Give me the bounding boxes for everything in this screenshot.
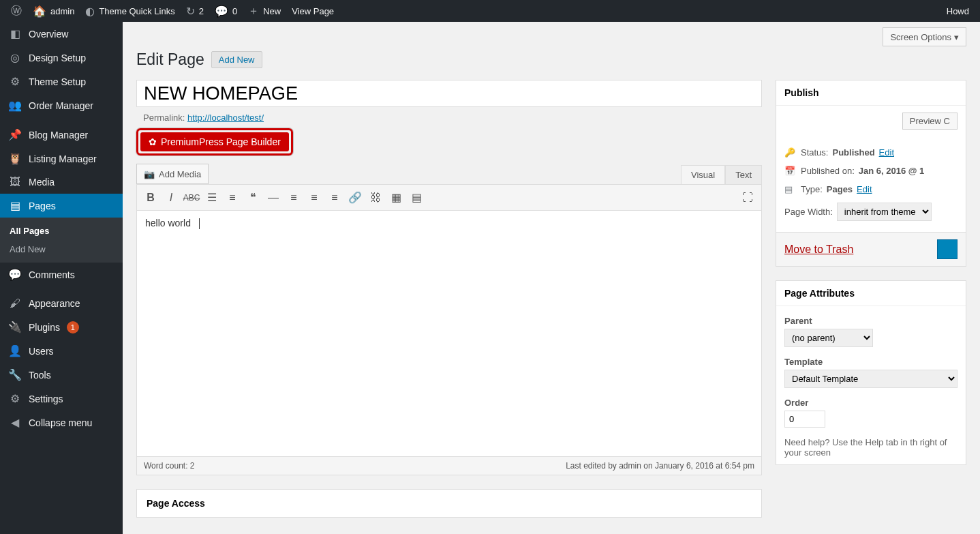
premium-press-page-builder-button[interactable]: ✿PremiumPress Page Builder xyxy=(140,132,289,151)
collapse-label: Collapse menu xyxy=(29,417,92,428)
brush-icon: 🖌 xyxy=(8,297,22,310)
edit-type-link[interactable]: Edit xyxy=(857,184,872,194)
sidebar-item-users[interactable]: 👤Users xyxy=(0,339,123,363)
sidebar-item-listing-manager[interactable]: 🦉Listing Manager xyxy=(0,147,123,170)
link-button[interactable]: 🔗 xyxy=(346,188,365,207)
comments[interactable]: 💬0 xyxy=(209,0,243,22)
howdy[interactable]: Howd xyxy=(941,6,975,16)
parent-select[interactable]: (no parent) xyxy=(784,329,873,347)
sidebar-item-pages[interactable]: ▤Pages xyxy=(0,194,123,218)
editor-footer: Word count: 2 Last edited by admin on Ja… xyxy=(137,456,761,475)
comments-count: 0 xyxy=(232,6,237,16)
sidebar-item-label: Users xyxy=(29,346,54,357)
page-width-label: Page Width: xyxy=(784,207,833,217)
post-title-input[interactable] xyxy=(136,80,762,107)
permalink-row: Permalink: http://localhost/test/ xyxy=(136,107,762,127)
add-new-button[interactable]: Add New xyxy=(211,51,262,68)
word-count: Word count: 2 xyxy=(144,461,194,471)
more-button[interactable]: ▦ xyxy=(386,188,405,207)
submenu-add-new[interactable]: Add New xyxy=(0,240,123,258)
align-right-button[interactable]: ≡ xyxy=(325,188,344,207)
editor-text: hello world xyxy=(145,218,191,228)
media-icon: 🖼 xyxy=(8,176,22,188)
sliders-icon: ⚙ xyxy=(8,392,22,405)
bold-button[interactable]: B xyxy=(141,188,160,207)
site-name[interactable]: 🏠admin xyxy=(27,0,80,22)
sidebar-item-label: Plugins xyxy=(29,322,60,333)
wp-logo[interactable]: ⓦ xyxy=(5,0,27,22)
admin-sidebar: ◧Overview ◎Design Setup ⚙Theme Setup 👥Or… xyxy=(0,22,123,534)
view-page-label: View Page xyxy=(292,6,334,16)
sidebar-item-settings[interactable]: ⚙Settings xyxy=(0,387,123,411)
sidebar-item-label: Overview xyxy=(29,29,68,40)
tab-text[interactable]: Text xyxy=(725,165,762,184)
publish-panel: Publish Preview C 🔑Status: Published Edi… xyxy=(776,80,966,267)
status-value: Published xyxy=(832,147,874,158)
sidebar-item-order-manager[interactable]: 👥Order Manager xyxy=(0,93,123,117)
add-media-button[interactable]: 📷Add Media xyxy=(136,164,209,184)
sidebar-item-label: Comments xyxy=(29,269,75,280)
status-label: Status: xyxy=(801,147,828,158)
parent-label: Parent xyxy=(784,313,958,329)
sidebar-item-theme-setup[interactable]: ⚙Theme Setup xyxy=(0,70,123,93)
user-icon: 👤 xyxy=(8,344,22,357)
editor-toolbar: B I ABC ☰ ≡ ❝ — ≡ ≡ ≡ 🔗 ⛓ ▦ ▤ ⛶ xyxy=(137,185,761,211)
collapse-menu[interactable]: ◀Collapse menu xyxy=(0,411,123,434)
sidebar-item-appearance[interactable]: 🖌Appearance xyxy=(0,292,123,315)
permalink-url[interactable]: http://localhost/test/ xyxy=(187,113,264,123)
blockquote-button[interactable]: ❝ xyxy=(243,188,262,207)
sidebar-item-blog-manager[interactable]: 📌Blog Manager xyxy=(0,123,123,147)
sidebar-item-tools[interactable]: 🔧Tools xyxy=(0,363,123,387)
sidebar-item-overview[interactable]: ◧Overview xyxy=(0,22,123,46)
page-title: Edit Page xyxy=(136,50,204,69)
submenu-all-pages[interactable]: All Pages xyxy=(0,222,123,240)
plugins-badge: 1 xyxy=(67,321,79,333)
updates[interactable]: ↻2 xyxy=(181,0,209,22)
numbered-list-button[interactable]: ≡ xyxy=(223,188,242,207)
sidebar-item-design-setup[interactable]: ◎Design Setup xyxy=(0,46,123,70)
text-cursor-icon xyxy=(199,218,200,229)
unlink-button[interactable]: ⛓ xyxy=(366,188,385,207)
comment-icon: 💬 xyxy=(8,268,22,281)
editor-content[interactable]: hello world xyxy=(137,211,761,456)
template-label: Template xyxy=(784,347,958,370)
preview-button[interactable]: Preview C xyxy=(902,113,958,130)
edit-status-link[interactable]: Edit xyxy=(879,147,894,158)
gear-icon: ✿ xyxy=(149,136,157,147)
move-to-trash-link[interactable]: Move to Trash xyxy=(784,243,853,256)
admin-bar: ⓦ 🏠admin ◐Theme Quick Links ↻2 💬0 ＋New V… xyxy=(0,0,980,22)
order-input[interactable] xyxy=(784,411,825,428)
fullscreen-button[interactable]: ⛶ xyxy=(738,188,757,207)
sidebar-item-media[interactable]: 🖼Media xyxy=(0,170,123,194)
tab-visual[interactable]: Visual xyxy=(681,165,725,184)
italic-button[interactable]: I xyxy=(162,188,181,207)
bullet-list-button[interactable]: ☰ xyxy=(202,188,221,207)
strikethrough-button[interactable]: ABC xyxy=(182,188,201,207)
toolbar-toggle-button[interactable]: ▤ xyxy=(407,188,426,207)
hr-button[interactable]: — xyxy=(264,188,283,207)
sidebar-item-label: Design Setup xyxy=(29,53,86,63)
users-icon: 👥 xyxy=(8,99,22,112)
sidebar-item-label: Appearance xyxy=(29,298,80,309)
help-text: Need help? Use the Help tab in th right … xyxy=(784,428,958,458)
order-label: Order xyxy=(784,388,958,411)
new-content[interactable]: ＋New xyxy=(243,0,286,22)
page-attributes-panel: Page Attributes Parent (no parent) Templ… xyxy=(776,280,966,465)
published-label: Published on: xyxy=(801,166,855,176)
template-select[interactable]: Default Template xyxy=(784,370,958,388)
update-button[interactable] xyxy=(937,239,958,259)
sidebar-item-label: Pages xyxy=(29,201,56,211)
sidebar-item-comments[interactable]: 💬Comments xyxy=(0,263,123,286)
page-width-select[interactable]: inherit from theme xyxy=(837,203,932,221)
key-icon: 🔑 xyxy=(784,147,797,158)
align-left-button[interactable]: ≡ xyxy=(284,188,303,207)
new-label: New xyxy=(263,6,281,16)
view-page[interactable]: View Page xyxy=(286,0,339,22)
permalink-label: Permalink: xyxy=(143,113,185,123)
plug-icon: 🔌 xyxy=(8,321,22,333)
page-attributes-title: Page Attributes xyxy=(776,281,966,306)
sidebar-item-plugins[interactable]: 🔌Plugins1 xyxy=(0,315,123,339)
theme-quick-links[interactable]: ◐Theme Quick Links xyxy=(80,0,180,22)
align-center-button[interactable]: ≡ xyxy=(305,188,324,207)
screen-options-button[interactable]: Screen Options▾ xyxy=(883,27,966,46)
